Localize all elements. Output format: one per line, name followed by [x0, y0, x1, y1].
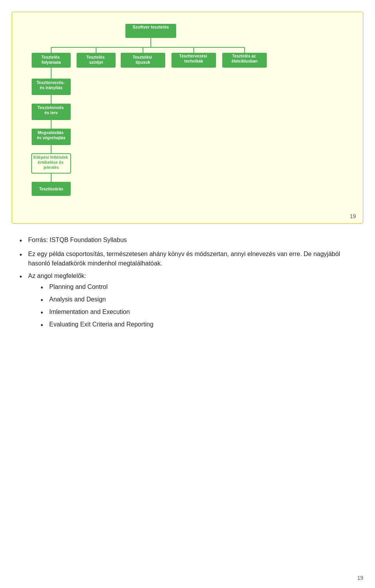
svg-text:Teszttervezés-
        és irán: Teszttervezés- és irányítás	[37, 80, 66, 90]
bullet-text-1: Forrás: ISTQB Foundation Syllabus	[28, 235, 355, 245]
org-chart-svg: Szoftver tesztelés Tesztelés folyamata	[20, 20, 364, 212]
sub-bullet-dot-3: •	[41, 308, 49, 318]
svg-text:Tesztelés
        folyamata: Tesztelés folyamata	[41, 55, 61, 65]
sub-bullet-3: • Imlementation and Execution	[41, 307, 355, 318]
bullet-text-3: Az angol megfelelők:	[28, 272, 86, 279]
svg-text:Megvalósítás
        és végreh: Megvalósítás és végrehajtás	[37, 130, 66, 140]
bullet-2: • Ez egy példa csoportosítás, természete…	[20, 249, 355, 268]
sub-bullet-dot-2: •	[41, 295, 49, 306]
sub-bullet-2: • Analysis and Design	[41, 295, 355, 306]
bullet-3: • Az angol megfelelők: • Planning and Co…	[20, 271, 355, 332]
page-number-top: 19	[350, 213, 356, 219]
sub-bullet-text-3: Imlementation and Execution	[49, 307, 130, 317]
svg-text:Tesztelés az
        életciklu: Tesztelés az életciklusban	[232, 54, 258, 63]
page-number-bottom: 19	[357, 575, 363, 581]
sub-bullets: • Planning and Control • Analysis and De…	[41, 282, 355, 331]
sub-bullet-dot-1: •	[41, 283, 49, 293]
bullet-dot-1: •	[20, 236, 28, 246]
sub-bullet-text-1: Planning and Control	[49, 282, 107, 292]
bullet-1: • Forrás: ISTQB Foundation Syllabus	[20, 235, 355, 246]
svg-text:Tesztlezárás: Tesztlezárás	[39, 186, 63, 191]
svg-text:Szoftver tesztelés: Szoftver tesztelés	[133, 25, 169, 29]
svg-text:Tesztelési
        típusok: Tesztelési típusok	[133, 55, 153, 65]
sub-bullet-4: • Evaluating Exit Criteria and Reporting	[41, 320, 355, 331]
svg-text:Kilépési feltételek
        ér: Kilépési feltételek értékelése és jelent…	[33, 155, 69, 170]
bullet-text-2: Ez egy példa csoportosítás, természetese…	[28, 249, 355, 268]
sub-bullet-dot-4: •	[41, 320, 49, 331]
sub-bullet-text-2: Analysis and Design	[49, 295, 106, 304]
sub-bullet-text-4: Evaluating Exit Criteria and Reporting	[49, 320, 154, 329]
bullet-dot-2: •	[20, 250, 28, 260]
bullet-dot-3: •	[20, 272, 28, 282]
content-area: • Forrás: ISTQB Foundation Syllabus • Ez…	[8, 231, 367, 339]
page: 19 Szoftver tesztelés	[0, 0, 375, 588]
diagram-area: 19 Szoftver tesztelés	[12, 12, 363, 224]
svg-text:Tesztelés
        szintjei: Tesztelés szintjei	[86, 55, 105, 65]
sub-bullet-1: • Planning and Control	[41, 282, 355, 293]
